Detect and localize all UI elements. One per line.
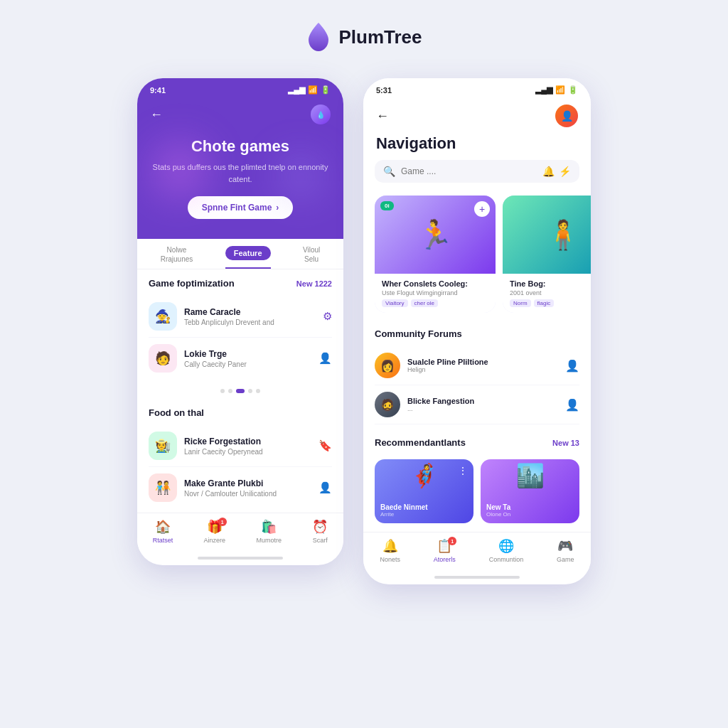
- item-info: Make Grante Plukbi Novr / Camlouter Unil…: [184, 478, 311, 498]
- game-card-tags: Norm flagic: [510, 299, 591, 307]
- community-title: Community Forums: [375, 328, 462, 339]
- nav-item-ainzere[interactable]: 🎁 1 Ainzere: [204, 519, 226, 544]
- app-name: PlumTree: [338, 26, 422, 48]
- user-avatar[interactable]: 👤: [555, 105, 578, 127]
- game-card[interactable]: 🧍 Tine Bog: 2001 ovent Norm flagic: [503, 196, 591, 313]
- tag: Norm: [510, 299, 531, 307]
- filter-icon[interactable]: ⚡: [559, 166, 571, 177]
- nav-icon-game: 🎮: [557, 538, 573, 554]
- game-card-image: 🧍: [503, 196, 591, 274]
- tab-viloul-sublabel: Selu: [304, 255, 318, 263]
- game-card-tags: Vialtory cher ole: [382, 299, 488, 307]
- card-plus-button[interactable]: +: [474, 201, 490, 217]
- dot: [220, 389, 225, 393]
- tab-nolwe[interactable]: Nolwe Rrajuunes: [161, 246, 193, 269]
- item-info: Ricke Forgestation Lanir Caecity Operyne…: [184, 437, 311, 456]
- search-icon: 🔍: [383, 166, 395, 177]
- dot-active: [236, 389, 245, 393]
- rec-sub: Arrite: [380, 511, 428, 518]
- pagination-dots: [137, 383, 343, 399]
- game-optimization-section: Game foptimization New 1222 🧙 Rame Carac…: [137, 269, 343, 383]
- nav-label-mumotre: Mumotre: [256, 537, 282, 544]
- right-status-icons: ▂▄▆ 📶 🔋: [535, 85, 578, 95]
- tab-viloul[interactable]: Viloul Selu: [303, 246, 320, 269]
- nav-item-mumotre[interactable]: 🛍️ Mumotre: [256, 519, 282, 544]
- forum-info: Sualcle Pline Pliltione Helign: [407, 358, 488, 373]
- tab-nolwe-label: Nolwe: [167, 246, 187, 254]
- plumtree-logo-icon: [306, 21, 331, 53]
- forum-info: Blicke Fangestion ...: [407, 397, 474, 412]
- filter-icon[interactable]: 🔔: [542, 166, 555, 177]
- tab-feature[interactable]: Feature: [225, 246, 271, 269]
- item-desc: Novr / Camlouter Unilicationd: [184, 490, 311, 498]
- forum-action-icon[interactable]: 👤: [565, 398, 579, 412]
- item-action-icon[interactable]: 🔖: [318, 439, 332, 452]
- nav-label-ainzere: Ainzere: [204, 537, 226, 544]
- nav-item-atorerls[interactable]: 📋 1 Atorerls: [434, 538, 456, 563]
- rec-title: Recommendantlants: [375, 437, 466, 448]
- search-bar[interactable]: 🔍 🔔 ⚡: [375, 160, 579, 183]
- game-cards-scroll: 🏃 0i + Wher Conslets Cooleg: Uste Flogut…: [363, 196, 591, 320]
- nav-icon-bell: 🔔: [382, 538, 398, 554]
- tab-viloul-label: Viloul: [303, 246, 320, 254]
- rec-badge: New 13: [552, 439, 579, 447]
- back-button[interactable]: ←: [150, 107, 163, 122]
- dot: [248, 389, 252, 393]
- hero-cta-button[interactable]: Spnne Fint Game ›: [188, 196, 294, 219]
- item-action-icon[interactable]: ⚙: [323, 310, 332, 323]
- home-indicator: [434, 576, 520, 579]
- food-section: Food on thal 🧑‍🌾 Ricke Forgestation Lani…: [137, 399, 343, 513]
- rec-sub: Olone On: [486, 511, 510, 518]
- left-bottom-nav: 🏠 Rtatset 🎁 1 Ainzere 🛍️ Mumotre ⏰ Scarf: [137, 513, 343, 552]
- food-title: Food on thal: [149, 407, 204, 418]
- nav-badge: 1: [218, 518, 227, 526]
- item-name: Make Grante Plukbi: [184, 478, 311, 488]
- forum-action-icon[interactable]: 👤: [565, 359, 579, 373]
- rec-cards: 🦸 Baede Ninmet Arrite ⋮ 🏙️ New Ta Olone …: [363, 459, 591, 532]
- game-card-title: Wher Conslets Cooleg:: [382, 279, 488, 288]
- nav-item-conmuntion[interactable]: 🌐 Conmuntion: [489, 538, 524, 563]
- nav-item-scarf[interactable]: ⏰ Scarf: [312, 519, 328, 544]
- rec-label: Baede Ninmet: [380, 503, 428, 511]
- phones-container: 9:41 ▂▄▆ 📶 🔋 ← 💧 Chote games Stats pus d…: [137, 78, 591, 584]
- nav-badge: 1: [448, 537, 456, 545]
- item-action-icon[interactable]: 👤: [318, 352, 332, 365]
- game-card[interactable]: 🏃 0i + Wher Conslets Cooleg: Uste Flogut…: [375, 196, 496, 313]
- item-desc: Lanir Caecity Operynead: [184, 448, 311, 456]
- community-section: Community Forums 👩 Sualcle Pline Pliltio…: [363, 320, 591, 429]
- rec-header: Recommendantlants New 13: [375, 437, 579, 448]
- item-avatar: 🧑‍🌾: [149, 432, 177, 460]
- page-title: Navigation: [376, 134, 578, 153]
- item-desc: Tebb Anpliculyn Drevent and: [184, 318, 316, 326]
- tag: cher ole: [411, 299, 438, 307]
- nav-item-rtatset[interactable]: 🏠 Rtatset: [153, 519, 173, 544]
- forum-sub: ...: [407, 405, 474, 412]
- game-card-sub: 2001 ovent: [510, 289, 591, 296]
- header-avatar[interactable]: 💧: [311, 105, 331, 124]
- rec-menu-icon[interactable]: ⋮: [458, 465, 468, 476]
- rec-card-info: New Ta Olone On: [486, 503, 510, 518]
- nav-label-atorerls: Atorerls: [434, 556, 456, 563]
- forum-name: Sualcle Pline Pliltione: [407, 358, 488, 366]
- nav-label-scarf: Scarf: [313, 537, 328, 544]
- game-opt-list: 🧙 Rame Caracle Tebb Anpliculyn Drevent a…: [149, 296, 332, 379]
- filter-icons: 🔔 ⚡: [542, 166, 571, 177]
- right-bottom-nav: 🔔 Nonets 📋 1 Atorerls 🌐 Conmuntion 🎮 Gam…: [363, 532, 591, 572]
- nav-item-nonets[interactable]: 🔔 Nonets: [380, 538, 400, 563]
- game-opt-header: Game foptimization New 1222: [149, 278, 332, 289]
- blob-pink: [151, 141, 208, 198]
- nav-item-game[interactable]: 🎮 Game: [557, 538, 574, 563]
- nav-icon-shop: 🛍️: [261, 519, 277, 535]
- signal-icon: ▂▄▆: [535, 85, 552, 95]
- rec-card-bg: 🏙️ New Ta Olone On: [481, 459, 579, 523]
- right-back-button[interactable]: ←: [376, 109, 389, 124]
- search-input[interactable]: [401, 166, 537, 176]
- community-header: Community Forums: [375, 328, 579, 339]
- search-container: 🔍 🔔 ⚡: [363, 160, 591, 196]
- signal-icon: ▂▄▆: [288, 85, 305, 95]
- item-action-icon[interactable]: 👤: [318, 481, 332, 494]
- rec-card[interactable]: 🏙️ New Ta Olone On: [481, 459, 579, 523]
- wifi-icon: 📶: [555, 85, 565, 95]
- rec-card[interactable]: 🦸 Baede Ninmet Arrite ⋮: [375, 459, 473, 523]
- app-header: PlumTree: [306, 21, 422, 53]
